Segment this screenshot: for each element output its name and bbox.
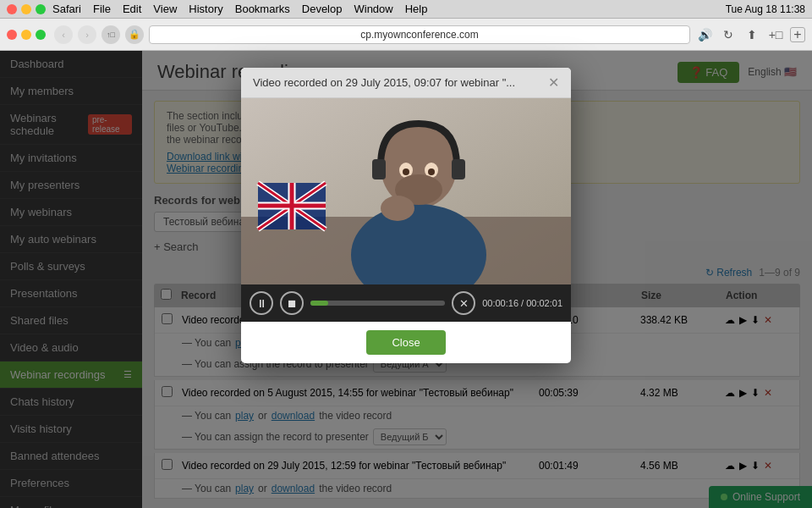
modal-footer: Close	[241, 322, 571, 363]
modal-close-button[interactable]: Close	[366, 330, 445, 355]
pause-button[interactable]: ⏸	[250, 291, 273, 315]
close-window-btn[interactable]	[7, 4, 17, 14]
fullscreen-window-btn[interactable]	[36, 4, 46, 14]
menu-window[interactable]: Window	[354, 3, 392, 15]
menu-safari[interactable]: Safari	[52, 3, 81, 15]
menu-edit[interactable]: Edit	[123, 3, 141, 15]
menu-develop[interactable]: Develop	[302, 3, 343, 15]
add-bookmark-button[interactable]: +□	[766, 25, 785, 44]
share-page-button[interactable]: ⬆	[743, 25, 761, 44]
menu-history[interactable]: History	[189, 3, 222, 15]
video-modal: Video recorded on 29 July 2015, 09:07 fo…	[241, 68, 571, 363]
stop-button[interactable]: ⏹	[280, 291, 304, 315]
svg-point-18	[403, 168, 409, 175]
progress-fill	[310, 301, 328, 306]
video-controls: ⏸ ⏹ ✕ 00:00:16 / 00:02:01	[241, 284, 571, 322]
reload-button[interactable]: ↻	[719, 25, 738, 44]
window-controls	[7, 30, 46, 40]
svg-rect-13	[452, 159, 465, 179]
share-button[interactable]: ↑□	[102, 25, 120, 44]
mac-menu: Safari File Edit View History Bookmarks …	[52, 3, 427, 15]
svg-point-21	[381, 196, 414, 221]
forward-button[interactable]: ›	[78, 25, 96, 44]
minimize-window-btn[interactable]	[21, 4, 31, 14]
traffic-yellow[interactable]	[21, 30, 31, 40]
menu-bookmarks[interactable]: Bookmarks	[235, 3, 290, 15]
lock-icon: 🔒	[125, 25, 144, 44]
traffic-green[interactable]	[36, 30, 46, 40]
video-frame	[241, 98, 571, 284]
browser-toolbar: ‹ › ↑□ 🔒 cp.myownconference.com 🔊 ↻ ⬆ +□…	[0, 19, 812, 51]
menu-help[interactable]: Help	[405, 3, 428, 15]
modal-header: Video recorded on 29 July 2015, 09:07 fo…	[241, 68, 571, 98]
new-tab-button[interactable]: +	[790, 27, 805, 42]
video-container	[241, 98, 571, 284]
back-button[interactable]: ‹	[54, 25, 73, 44]
time-display: 00:00:16 / 00:02:01	[482, 298, 562, 308]
modal-overlay[interactable]: Video recorded on 29 July 2015, 09:07 fo…	[0, 51, 812, 508]
menu-file[interactable]: File	[93, 3, 111, 15]
traffic-red[interactable]	[7, 30, 17, 40]
modal-close-x-button[interactable]: ✕	[548, 75, 559, 91]
svg-rect-12	[372, 159, 386, 179]
svg-point-19	[428, 168, 435, 175]
mac-toolbar: Safari File Edit View History Bookmarks …	[0, 0, 812, 19]
menu-view[interactable]: View	[153, 3, 177, 15]
mute-button[interactable]: ✕	[452, 291, 475, 315]
volume-button[interactable]: 🔊	[695, 25, 714, 44]
progress-bar[interactable]	[310, 301, 445, 306]
modal-title: Video recorded on 29 July 2015, 09:07 fo…	[253, 76, 515, 89]
address-bar[interactable]: cp.myownconference.com	[149, 25, 690, 44]
mac-clock: Tue Aug 18 11:38	[726, 3, 805, 15]
